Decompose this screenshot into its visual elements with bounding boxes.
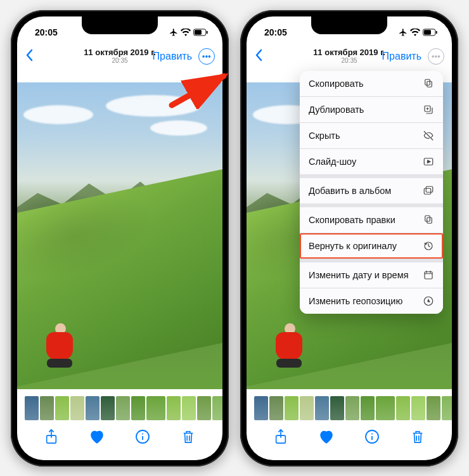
thumbnail[interactable]: [55, 396, 69, 420]
menu-item-label: Скопировать: [309, 79, 364, 89]
status-indicators: [169, 28, 209, 37]
svg-rect-16: [427, 81, 432, 87]
menu-item-album[interactable]: Добавить в альбом: [300, 178, 443, 203]
copy-icon: [423, 78, 434, 89]
svg-rect-9: [424, 30, 431, 34]
menu-item-hide[interactable]: Скрыть: [300, 123, 443, 148]
status-indicators: [399, 28, 438, 37]
phone-right: 20:05 11 октября 2019 г. 20:35 Править: [240, 10, 458, 466]
battery-icon: [423, 29, 438, 36]
thumbnail[interactable]: [254, 396, 268, 420]
info-button[interactable]: [134, 428, 151, 445]
nav-subtime: 20:35: [84, 57, 156, 64]
more-button[interactable]: •••: [198, 48, 215, 65]
menu-item-label: Изменить геопозицию: [309, 296, 402, 306]
thumbnail[interactable]: [70, 396, 84, 420]
thumbnail[interactable]: [376, 396, 395, 420]
status-time: 20:05: [264, 27, 287, 37]
bottom-toolbar: [247, 422, 452, 460]
edit-button[interactable]: Править: [382, 51, 421, 62]
thumbnail[interactable]: [146, 396, 165, 420]
svg-rect-15: [425, 79, 430, 85]
thumbnail[interactable]: [285, 396, 299, 420]
notch: [82, 16, 158, 34]
airplane-icon: [399, 28, 408, 37]
copy-edits-icon: [423, 214, 434, 226]
nav-subtime: 20:35: [313, 57, 385, 64]
back-button[interactable]: [254, 49, 269, 64]
share-button[interactable]: [43, 428, 60, 445]
notch: [311, 16, 387, 34]
thumbnail[interactable]: [197, 396, 211, 420]
thumbnail[interactable]: [167, 396, 181, 420]
menu-item-copy-edits[interactable]: Скопировать правки: [300, 207, 443, 233]
thumbnail[interactable]: [212, 396, 222, 420]
play-icon: [423, 156, 434, 167]
menu-item-label: Слайд-шоу: [309, 157, 356, 167]
nav-title: 11 октября 2019 г. 20:35: [313, 48, 385, 64]
thumbnail-strip-left[interactable]: [17, 394, 222, 422]
share-button[interactable]: [273, 428, 289, 445]
menu-item-play[interactable]: Слайд-шоу: [300, 149, 443, 174]
more-button[interactable]: •••: [428, 48, 444, 65]
delete-button[interactable]: [409, 428, 426, 445]
bottom-toolbar: [17, 422, 222, 460]
menu-item-label: Скопировать правки: [309, 215, 395, 225]
svg-rect-2: [207, 30, 208, 34]
battery-icon: [193, 29, 209, 36]
thumbnail[interactable]: [269, 396, 283, 420]
menu-item-label: Изменить дату и время: [309, 270, 409, 280]
airplane-icon: [169, 28, 178, 37]
nav-bar: 11 октября 2019 г. 20:35 Править •••: [17, 42, 222, 71]
thumbnail-strip-right[interactable]: [247, 394, 452, 422]
svg-rect-22: [425, 215, 430, 221]
thumbnail[interactable]: [345, 396, 359, 420]
favorite-button[interactable]: [89, 428, 105, 445]
svg-marker-19: [428, 160, 431, 163]
context-menu: СкопироватьДублироватьСкрытьСлайд-шоуДоб…: [300, 71, 443, 314]
thumbnail[interactable]: [25, 396, 39, 420]
thumbnail[interactable]: [361, 396, 375, 420]
menu-item-label: Добавить в альбом: [309, 186, 391, 196]
thumbnail[interactable]: [131, 396, 145, 420]
thumbnail[interactable]: [300, 396, 314, 420]
thumbnail[interactable]: [442, 396, 452, 420]
favorite-button[interactable]: [318, 428, 335, 445]
thumbnail[interactable]: [330, 396, 344, 420]
thumbnail[interactable]: [86, 396, 100, 420]
menu-item-duplicate[interactable]: Дублировать: [300, 97, 443, 122]
thumbnail[interactable]: [40, 396, 54, 420]
menu-item-revert[interactable]: Вернуть к оригиналу: [300, 233, 443, 259]
delete-button[interactable]: [180, 428, 196, 445]
nav-date: 11 октября 2019 г.: [313, 48, 385, 57]
revert-icon: [423, 240, 434, 252]
thumbnail[interactable]: [101, 396, 115, 420]
status-time: 20:05: [35, 27, 58, 37]
edit-button[interactable]: Править: [153, 51, 192, 62]
svg-rect-20: [424, 188, 431, 194]
info-button[interactable]: [364, 428, 380, 445]
menu-item-copy[interactable]: Скопировать: [300, 71, 443, 96]
svg-rect-21: [426, 186, 433, 192]
album-icon: [423, 185, 434, 196]
thumbnail[interactable]: [396, 396, 410, 420]
menu-item-label: Скрыть: [309, 131, 340, 141]
back-button[interactable]: [25, 49, 40, 64]
menu-item-calendar[interactable]: Изменить дату и время: [300, 262, 443, 288]
duplicate-icon: [423, 104, 434, 115]
svg-point-6: [142, 433, 143, 434]
thumbnail[interactable]: [182, 396, 196, 420]
location-icon: [423, 295, 434, 307]
thumbnail[interactable]: [315, 396, 329, 420]
svg-rect-10: [436, 30, 437, 34]
photo-viewport[interactable]: [17, 82, 222, 389]
menu-item-label: Дублировать: [309, 105, 364, 115]
thumbnail[interactable]: [411, 396, 425, 420]
phone-left: 20:05 11 октября 2019 г. 20:35 Править: [11, 10, 229, 466]
thumbnail[interactable]: [116, 396, 130, 420]
svg-rect-25: [425, 271, 432, 278]
menu-item-label: Вернуть к оригиналу: [309, 241, 397, 251]
nav-title: 11 октября 2019 г. 20:35: [84, 48, 156, 64]
menu-item-location[interactable]: Изменить геопозицию: [300, 288, 443, 314]
thumbnail[interactable]: [427, 396, 440, 420]
